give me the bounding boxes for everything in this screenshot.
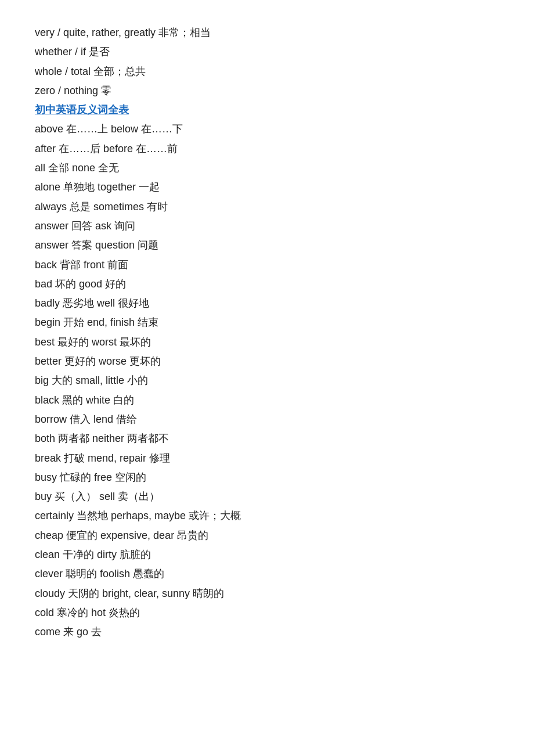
main-content: very / quite, rather, greatly 非常；相当wheth…: [35, 23, 499, 642]
content-line-25: buy 买（入） sell 卖（出）: [35, 487, 499, 506]
content-line-5[interactable]: 初中英语反义词全表: [35, 100, 499, 120]
content-line-11: answer 回答 ask 询问: [35, 217, 499, 236]
content-line-8: all 全部 none 全无: [35, 159, 499, 178]
content-line-26: certainly 当然地 perhaps, maybe 或许；大概: [35, 506, 499, 525]
content-line-31: cold 寒冷的 hot 炎热的: [35, 603, 499, 622]
content-line-10: always 总是 sometimes 有时: [35, 197, 499, 217]
content-line-29: clever 聪明的 foolish 愚蠢的: [35, 564, 499, 584]
content-line-4: zero / nothing 零: [35, 81, 499, 100]
content-line-19: big 大的 small, little 小的: [35, 371, 499, 390]
content-line-12: answer 答案 question 问题: [35, 236, 499, 255]
content-line-6: above 在……上 below 在……下: [35, 120, 499, 139]
content-line-3: whole / total 全部；总共: [35, 62, 499, 81]
content-line-23: break 打破 mend, repair 修理: [35, 449, 499, 468]
content-line-7: after 在……后 before 在……前: [35, 139, 499, 159]
content-line-17: best 最好的 worst 最坏的: [35, 333, 499, 352]
content-line-16: begin 开始 end, finish 结束: [35, 313, 499, 332]
content-line-27: cheap 便宜的 expensive, dear 昂贵的: [35, 526, 499, 545]
content-line-24: busy 忙碌的 free 空闲的: [35, 468, 499, 487]
content-line-32: come 来 go 去: [35, 622, 499, 642]
content-line-14: bad 坏的 good 好的: [35, 275, 499, 294]
content-line-1: very / quite, rather, greatly 非常；相当: [35, 23, 499, 42]
content-line-30: cloudy 天阴的 bright, clear, sunny 晴朗的: [35, 584, 499, 603]
content-line-22: both 两者都 neither 两者都不: [35, 429, 499, 448]
content-line-18: better 更好的 worse 更坏的: [35, 352, 499, 371]
content-line-21: borrow 借入 lend 借给: [35, 410, 499, 429]
content-line-15: badly 恶劣地 well 很好地: [35, 294, 499, 313]
content-line-9: alone 单独地 together 一起: [35, 178, 499, 197]
content-line-28: clean 干净的 dirty 肮脏的: [35, 545, 499, 564]
content-line-20: black 黑的 white 白的: [35, 391, 499, 410]
content-line-13: back 背部 front 前面: [35, 255, 499, 275]
content-line-2: whether / if 是否: [35, 42, 499, 62]
